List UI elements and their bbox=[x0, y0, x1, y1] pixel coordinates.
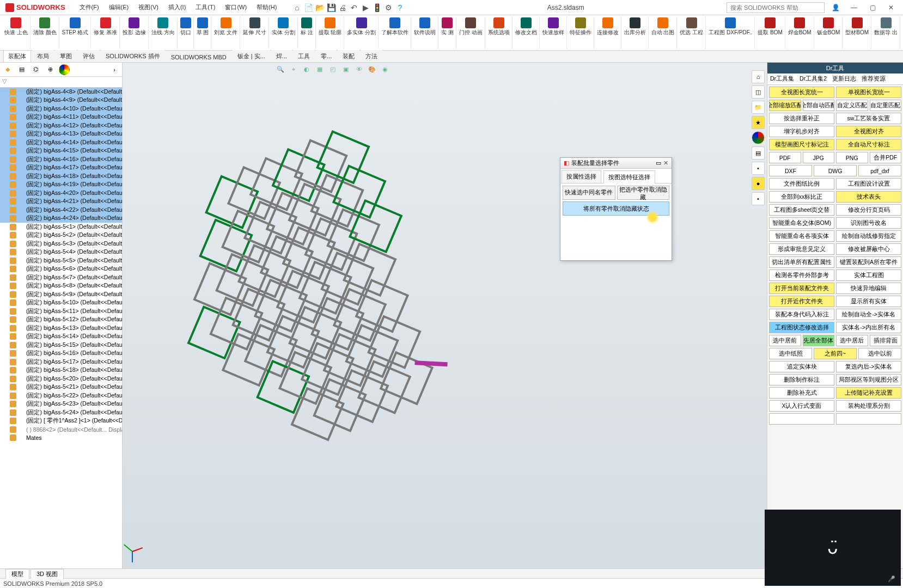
command-tab[interactable]: 工具 bbox=[293, 50, 315, 62]
rp-button[interactable]: 单视图长宽统一 bbox=[836, 87, 901, 98]
rp-button[interactable]: 全自动尺寸标注 bbox=[836, 139, 901, 150]
rp-button[interactable]: 绘制自动全->实体名 bbox=[836, 309, 901, 320]
tree-item[interactable]: (固定) bigAss-5<4> (Default<<Default... bbox=[0, 248, 122, 257]
tree-item[interactable]: (固定) bigAss-5<12> (Default<<Default... bbox=[0, 316, 122, 324]
ribbon-button[interactable]: 门控 动画 bbox=[457, 16, 485, 49]
home-icon[interactable]: ⌂ bbox=[292, 3, 302, 13]
tree-item[interactable]: (固定) bigAss-5<9> (Default<<Default... bbox=[0, 290, 122, 299]
options-icon[interactable]: ⚙ bbox=[383, 3, 393, 13]
tree-item[interactable]: (固定) bigAss-5<17> (Default<<Default... bbox=[0, 358, 122, 366]
tree-item[interactable]: (固定) bigAss-4<15> (Default<<Default... bbox=[0, 147, 122, 156]
minimize-button[interactable]: — bbox=[846, 2, 862, 13]
rp-button[interactable]: 全视图长宽统一 bbox=[769, 87, 834, 98]
tree-item[interactable]: ( ) 8868<2> (Default<<Default... Displa.… bbox=[0, 425, 122, 434]
rp-button[interactable]: X认入行式变面 bbox=[769, 400, 834, 412]
rp-button[interactable]: sw工艺装备实置 bbox=[836, 113, 901, 124]
quick-select-same-name-button[interactable]: 快速选中同名零件 bbox=[563, 186, 615, 200]
undo-icon[interactable]: ↶ bbox=[349, 3, 359, 13]
rp-tab[interactable]: Dr工具集2 bbox=[797, 74, 829, 84]
tree-item[interactable]: (固定) bigAss-4<21> (Default<<Default... bbox=[0, 198, 122, 206]
tree-item[interactable]: (固定) bigAss-4<14> (Default<<Default... bbox=[0, 138, 122, 147]
dialog-close-icon[interactable]: ✕ bbox=[663, 160, 668, 167]
ribbon-button[interactable]: 自动 出图 bbox=[649, 16, 678, 49]
section-icon[interactable]: ▦ bbox=[314, 64, 325, 75]
rp-button[interactable]: PNG bbox=[836, 152, 868, 163]
tree-item[interactable]: (固定) bigAss-5<16> (Default<<Default... bbox=[0, 350, 122, 358]
save-icon[interactable]: 💾 bbox=[326, 3, 336, 13]
view-orient-icon[interactable]: ◰ bbox=[327, 64, 338, 75]
ribbon-button[interactable]: 快速 上色 bbox=[2, 16, 30, 49]
open-icon[interactable]: 📂 bbox=[315, 3, 325, 13]
rp-button[interactable] bbox=[769, 413, 834, 425]
help-icon[interactable]: ? bbox=[395, 3, 405, 13]
tree-item[interactable]: (固定) bigAss-4<9> (Default<<Default... bbox=[0, 96, 122, 105]
tab-3dview[interactable]: 3D 视图 bbox=[30, 569, 64, 579]
tree-item[interactable]: Mates bbox=[0, 434, 122, 443]
rp-button[interactable]: 实体工程图 bbox=[836, 270, 901, 281]
dialog-min-icon[interactable]: ▭ bbox=[656, 160, 661, 167]
tree-item[interactable]: (固定) bigAss-5<13> (Default<<Default... bbox=[0, 324, 122, 333]
ribbon-button[interactable]: 数据导 出 bbox=[872, 16, 900, 49]
close-button[interactable]: ✕ bbox=[883, 2, 899, 13]
rp-tab[interactable]: 推荐资源 bbox=[859, 74, 888, 84]
menu-item[interactable]: 编辑(E) bbox=[105, 1, 133, 14]
rp-button[interactable]: 修改分行页页码 bbox=[836, 204, 901, 216]
menu-item[interactable]: 文件(F) bbox=[75, 1, 103, 14]
hide-show-icon[interactable]: 👁 bbox=[353, 64, 364, 75]
tree-item[interactable]: (固定) [ 零件1^Ass2 ]<1> (Default<<Default..… bbox=[0, 417, 122, 426]
rp-button[interactable]: 删除制作标注 bbox=[769, 374, 834, 385]
rp-button[interactable]: 先居全部体 bbox=[803, 335, 835, 346]
ribbon-button[interactable]: 钣金BOM bbox=[815, 16, 843, 49]
expand-icon[interactable]: › bbox=[109, 64, 120, 75]
tree-item[interactable]: (固定) bigAss-5<5> (Default<<Default... bbox=[0, 256, 122, 265]
ribbon-button[interactable]: 提取 BOM bbox=[755, 16, 785, 49]
dialog-tab-property[interactable]: 按属性选择 bbox=[562, 170, 601, 183]
tree-item[interactable]: (固定) bigAss-5<18> (Default<<Default... bbox=[0, 366, 122, 375]
rp-button[interactable]: pdf_dxf bbox=[858, 165, 901, 176]
menu-item[interactable]: 窗口(W) bbox=[221, 1, 251, 14]
appearance-tab[interactable] bbox=[59, 64, 70, 75]
rp-button[interactable]: JPG bbox=[803, 152, 835, 163]
forum-icon[interactable]: ● bbox=[752, 177, 765, 190]
unhide-selected-button[interactable]: 把选中零件取消隐藏 bbox=[617, 186, 670, 200]
menu-item[interactable]: 插入(I) bbox=[164, 1, 190, 14]
extra-icon[interactable]: • bbox=[752, 192, 765, 205]
rp-button[interactable]: 检测各零件外部参考 bbox=[769, 270, 834, 281]
ribbon-button[interactable]: 软件说明 bbox=[412, 16, 438, 49]
command-tab[interactable]: 焊... bbox=[271, 50, 292, 62]
rp-button[interactable]: 全视图对齐 bbox=[836, 126, 901, 137]
rp-button[interactable]: PDF bbox=[769, 152, 801, 163]
rp-button[interactable]: 局部视区等到规图分区 bbox=[836, 374, 901, 385]
ribbon-button[interactable]: 工程图 DXF/PDF.. bbox=[706, 16, 755, 49]
ribbon-button[interactable]: 投影 边缘 bbox=[120, 16, 149, 49]
rp-tab[interactable]: 更新日志 bbox=[829, 74, 859, 84]
rp-button[interactable]: 工程图状态修改选择 bbox=[769, 322, 834, 333]
feature-tree-tab[interactable]: ◆ bbox=[2, 64, 13, 75]
feature-tree[interactable]: (固定) bigAss-4<8> (Default<<Default...(固定… bbox=[0, 88, 122, 568]
rp-button[interactable]: DWG bbox=[814, 165, 857, 176]
rp-button[interactable]: 智能重命名各项实体 bbox=[769, 230, 834, 242]
rp-button[interactable]: 切出清单所有配置属性 bbox=[769, 256, 834, 268]
tree-item[interactable]: (固定) bigAss-4<19> (Default<<Default... bbox=[0, 181, 122, 189]
menu-item[interactable]: 帮助(H) bbox=[252, 1, 281, 14]
ribbon-button[interactable]: STEP 格式 bbox=[60, 16, 91, 49]
rp-button[interactable]: 之前四~ bbox=[814, 348, 857, 359]
tree-item[interactable]: (固定) bigAss-5<3> (Default<<Default... bbox=[0, 240, 122, 248]
tree-filter[interactable]: ▽ bbox=[0, 77, 122, 88]
rp-button[interactable]: 上传随记补充设置 bbox=[836, 387, 901, 399]
rp-button[interactable]: 工程图设计设置 bbox=[836, 178, 901, 189]
ribbon-button[interactable]: 刘览 文件 bbox=[212, 16, 240, 49]
tree-item[interactable]: (固定) bigAss-5<23> (Default<<Default... bbox=[0, 400, 122, 409]
tree-item[interactable]: (固定) bigAss-5<21> (Default<<Default... bbox=[0, 383, 122, 392]
tree-item[interactable]: (固定) bigAss-4<20> (Default<<Default... bbox=[0, 189, 122, 198]
ribbon-button[interactable]: 修复 基准 bbox=[91, 16, 120, 49]
ribbon-button[interactable]: 焊金BOM bbox=[786, 16, 814, 49]
tree-item[interactable]: (固定) bigAss-4<11> (Default<<Default... bbox=[0, 113, 122, 122]
command-tab[interactable]: 装配 bbox=[338, 50, 359, 62]
rp-button[interactable]: 选中以前 bbox=[858, 348, 901, 359]
rp-button[interactable]: 追定实体块 bbox=[769, 361, 834, 372]
tree-item[interactable]: (固定) bigAss-5<7> (Default<<Default... bbox=[0, 273, 122, 282]
unhide-all-button[interactable]: 将所有零件取消隐藏状态 bbox=[563, 201, 669, 216]
command-tab[interactable]: 零... bbox=[316, 50, 337, 62]
tab-model[interactable]: 模型 bbox=[5, 569, 29, 579]
